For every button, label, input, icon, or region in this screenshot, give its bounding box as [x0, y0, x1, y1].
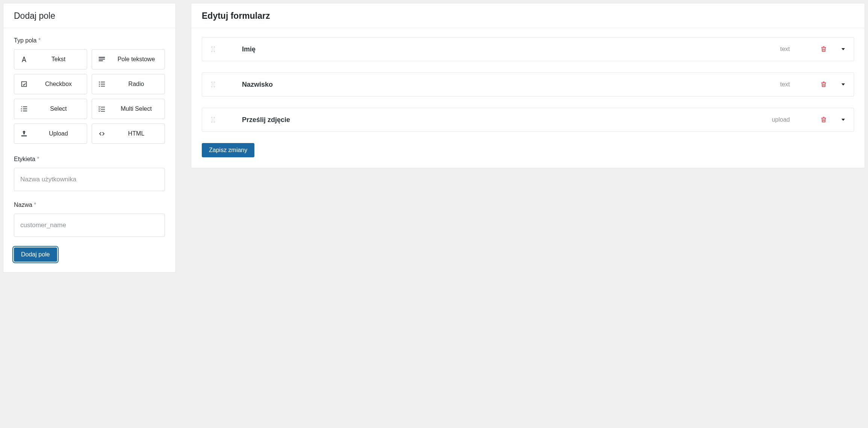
add-field-button[interactable]: Dodaj pole [14, 247, 57, 262]
type-radio-button[interactable]: Radio [92, 74, 165, 94]
type-html-button[interactable]: HTML [92, 124, 165, 144]
form-field-row: Prześlij zdjęcie upload [202, 108, 854, 132]
letter-a-icon [14, 55, 34, 63]
checkbox-icon [14, 80, 34, 88]
chevron-down-icon[interactable] [839, 117, 847, 123]
form-field-label: Prześlij zdjęcie [224, 116, 772, 124]
type-upload-button[interactable]: Upload [14, 124, 87, 144]
trash-icon[interactable] [819, 116, 828, 123]
form-field-row: Imię text [202, 37, 854, 61]
etykieta-label: Etykieta * [14, 156, 165, 163]
drag-handle-icon[interactable] [209, 116, 224, 124]
svg-rect-1 [101, 82, 105, 83]
form-field-type: upload [772, 116, 790, 123]
upload-icon [14, 130, 34, 138]
etykieta-input[interactable] [14, 168, 165, 191]
drag-handle-icon[interactable] [209, 80, 224, 89]
form-field-type: text [780, 46, 790, 53]
form-field-row: Nazwisko text [202, 72, 854, 96]
list-icon [92, 80, 112, 88]
select-list-icon [14, 105, 34, 113]
chevron-down-icon[interactable] [839, 81, 847, 87]
chevron-down-icon[interactable] [839, 46, 847, 52]
nazwa-label: Nazwa * [14, 202, 165, 208]
field-type-label: Typ pola * [14, 37, 165, 44]
checklist-icon [92, 105, 112, 113]
form-field-type: text [780, 81, 790, 88]
type-select-button[interactable]: Select [14, 99, 87, 119]
type-text-button[interactable]: Tekst [14, 49, 87, 69]
paragraph-icon [92, 55, 112, 63]
svg-point-2 [99, 84, 100, 85]
code-icon [92, 130, 112, 138]
svg-point-0 [99, 81, 100, 83]
add-field-title: Dodaj pole [14, 11, 165, 21]
trash-icon[interactable] [819, 46, 828, 53]
svg-rect-3 [101, 84, 105, 84]
nazwa-input[interactable] [14, 214, 165, 237]
svg-rect-5 [101, 86, 105, 87]
trash-icon[interactable] [819, 81, 828, 88]
drag-handle-icon[interactable] [209, 45, 224, 53]
save-changes-button[interactable]: Zapisz zmiany [202, 143, 254, 157]
svg-point-4 [99, 86, 100, 87]
type-textarea-button[interactable]: Pole tekstowe [92, 49, 165, 69]
edit-form-title: Edytuj formularz [202, 11, 854, 21]
form-field-label: Imię [224, 45, 780, 53]
type-multiselect-button[interactable]: Multi Select [92, 99, 165, 119]
form-field-label: Nazwisko [224, 81, 780, 89]
type-checkbox-button[interactable]: Checkbox [14, 74, 87, 94]
